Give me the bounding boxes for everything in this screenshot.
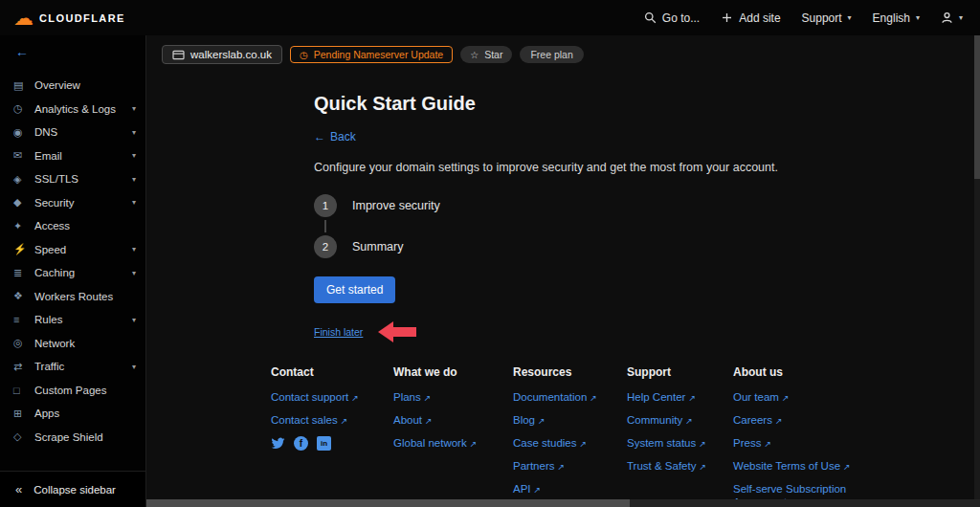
footer-link-website-terms[interactable]: Website Terms of Use↗ [733,459,896,473]
add-site-label: Add site [739,11,780,25]
sidebar-item-caching[interactable]: ≣ Caching ▾ [0,261,145,285]
page-title: Quick Start Guide [314,93,980,115]
facebook-icon[interactable]: f [294,436,308,451]
footer-link-press[interactable]: Press↗ [733,436,896,450]
footer-link-case-studies[interactable]: Case studies↗ [513,436,627,450]
domain-bar: walkerslab.co.uk ◷ Pending Nameserver Up… [146,35,980,73]
footer-link-trust-safety[interactable]: Trust & Safety↗ [627,459,733,473]
twitter-icon[interactable] [271,436,285,451]
footer-link-label: Plans [393,391,421,403]
sidebar-item-network[interactable]: ◎ Network [0,332,145,356]
facebook-glyph: f [300,438,302,449]
footer-link-api[interactable]: API↗ [513,482,627,496]
horizontal-scrollbar[interactable] [146,499,980,507]
external-link-icon: ↗ [699,439,706,449]
language-menu[interactable]: English ▾ [873,11,920,25]
sidebar-item-apps[interactable]: ⊞ Apps [0,402,145,426]
sidebar-item-access[interactable]: ✦ Access [0,214,145,238]
footer-link-label: Contact support [271,391,348,403]
sidebar-item-rules[interactable]: ≡ Rules ▾ [0,308,145,332]
quick-start-content: Quick Start Guide ← Back Configure your … [146,93,980,342]
external-link-icon: ↗ [470,439,478,449]
main-area: walkerslab.co.uk ◷ Pending Nameserver Up… [146,35,980,507]
sidebar-item-traffic[interactable]: ⇄ Traffic ▾ [0,355,145,379]
footer-column-title: What we do [393,365,513,379]
chevron-down-icon: ▾ [848,13,852,22]
sidebar: ← ▤ Overview ◷ Analytics & Logs ▾ ◉ DNS … [0,35,146,507]
external-link-icon: ↗ [341,416,348,426]
footer-link-label: About [393,414,422,426]
sidebar-item-scrape-shield[interactable]: ◇ Scrape Shield [0,426,145,450]
footer-link-careers[interactable]: Careers↗ [733,413,896,427]
goto-search[interactable]: Go to... [644,11,700,25]
footer-column-resources: Resources Documentation↗ Blog↗ Case stud… [513,365,627,507]
footer-column-contact: Contact Contact support↗ Contact sales↗ … [271,365,393,507]
linkedin-icon[interactable]: in [317,436,331,451]
footer-link-blog[interactable]: Blog↗ [513,413,627,427]
star-badge[interactable]: ☆ Star [460,46,512,63]
footer-column-title: Contact [271,365,393,379]
sidebar-item-analytics-logs[interactable]: ◷ Analytics & Logs ▾ [0,98,145,121]
external-link-icon: ↗ [764,439,771,449]
sidebar-item-dns[interactable]: ◉ DNS ▾ [0,121,145,144]
sidebar-back-button[interactable]: ← [0,35,145,68]
footer-link-plans[interactable]: Plans↗ [393,390,513,404]
sidebar-item-label: Access [34,220,136,231]
external-link-icon: ↗ [699,462,706,472]
add-site-button[interactable]: Add site [721,11,780,25]
overview-icon: ▤ [13,79,31,92]
scrape-shield-icon: ◇ [13,430,31,443]
external-link-icon: ↗ [534,485,542,495]
top-nav: Go to... Add site Support ▾ English ▾ ▾ [644,11,963,25]
support-menu[interactable]: Support ▾ [802,11,852,25]
get-started-button[interactable]: Get started [314,276,395,303]
user-icon [941,11,953,24]
footer-link-system-status[interactable]: System status↗ [627,436,733,450]
pending-nameserver-badge[interactable]: ◷ Pending Nameserver Update [290,46,453,63]
footer-link-label: Community [627,414,682,426]
footer-link-our-team[interactable]: Our team↗ [733,390,896,404]
sidebar-item-email[interactable]: ✉ Email ▾ [0,144,145,168]
linkedin-glyph: in [321,439,327,448]
footer-link-label: Trust & Safety [627,460,696,472]
sidebar-item-label: Rules [34,314,132,325]
footer-link-help-center[interactable]: Help Center↗ [627,390,733,404]
back-label: Back [330,130,356,143]
footer-link-partners[interactable]: Partners↗ [513,459,627,473]
footer-link-contact-sales[interactable]: Contact sales↗ [271,413,393,427]
sidebar-item-overview[interactable]: ▤ Overview [0,74,145,98]
horizontal-scrollbar-thumb[interactable] [146,499,630,507]
lock-icon: ◈ [13,173,31,186]
footer-link-documentation[interactable]: Documentation↗ [513,390,627,404]
sidebar-item-workers-routes[interactable]: ❖ Workers Routes [0,285,145,309]
footer-link-global-network[interactable]: Global network↗ [393,436,513,450]
sidebar-item-label: DNS [34,126,132,138]
cloudflare-logo[interactable]: ☁ CLOUDFLARE [13,8,125,28]
footer-link-about[interactable]: About↗ [393,413,513,427]
sidebar-item-ssl-tls[interactable]: ◈ SSL/TLS ▾ [0,167,145,191]
back-arrow-icon: ← [314,130,325,143]
plus-icon [721,11,733,24]
sidebar-item-security[interactable]: ◆ Security ▾ [0,191,145,215]
chevron-down-icon: ▾ [132,151,136,160]
domain-pill[interactable]: walkerslab.co.uk [162,45,282,64]
sidebar-item-custom-pages[interactable]: □ Custom Pages [0,379,145,403]
footer-column-support: Support Help Center↗ Community↗ System s… [627,365,733,507]
footer-link-community[interactable]: Community↗ [627,413,733,427]
external-link-icon: ↗ [590,393,597,403]
footer-column-about-us: About us Our team↗ Careers↗ Press↗ Websi… [733,365,896,507]
shield-icon: ◆ [13,196,31,209]
back-link[interactable]: ← Back [314,130,356,143]
vertical-scrollbar-thumb[interactable] [974,35,980,179]
guide-description: Configure your domain settings to improv… [314,161,980,174]
account-menu[interactable]: ▾ [941,11,963,24]
footer-link-label: Partners [513,460,554,472]
sidebar-item-speed[interactable]: ⚡ Speed ▾ [0,238,145,262]
sidebar-item-label: Network [34,338,136,349]
vertical-scrollbar[interactable] [974,35,980,499]
footer-link-contact-support[interactable]: Contact support↗ [271,390,393,404]
collapse-sidebar-button[interactable]: « Collapse sidebar [0,471,145,507]
top-bar: ☁ CLOUDFLARE Go to... Add site Support ▾… [0,0,980,35]
footer-column-title: About us [733,365,896,379]
finish-later-link[interactable]: Finish later [314,326,363,338]
